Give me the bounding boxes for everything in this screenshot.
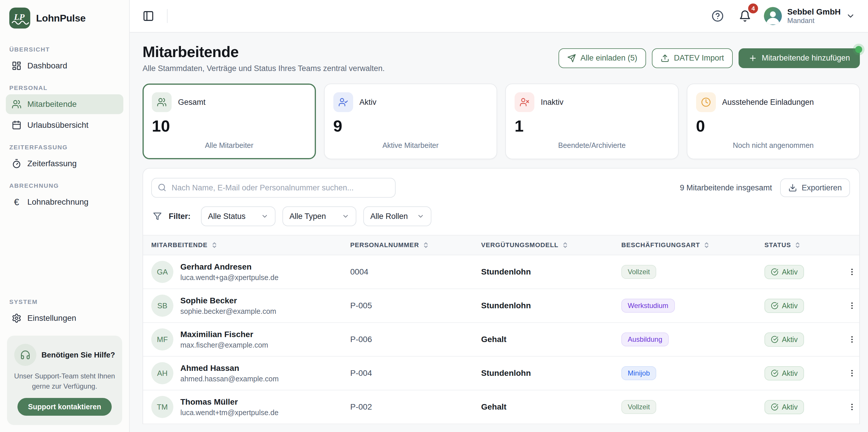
kebab-menu-icon <box>848 301 856 310</box>
status-badge: Aktiv <box>765 299 804 313</box>
search-icon <box>158 183 166 192</box>
stat-caption: Noch nicht angenommen <box>696 141 851 150</box>
stat-label: Inaktiv <box>541 98 563 107</box>
stat-card-gesamt[interactable]: Gesamt 10 Alle Mitarbeiter <box>143 84 316 159</box>
row-actions-button[interactable] <box>845 400 866 414</box>
stat-label: Aktiv <box>360 98 377 107</box>
users-icon <box>12 99 22 109</box>
compensation-model: Stundenlohn <box>481 369 621 378</box>
employee-email: max.fischer@example.com <box>180 341 268 349</box>
filter-role-select[interactable]: Alle Rollen <box>363 206 431 226</box>
employee-initials-avatar: AH <box>151 362 174 384</box>
filter-type-select[interactable]: Alle Typen <box>282 206 356 226</box>
personnel-number: P-005 <box>350 301 481 310</box>
column-header-verguetungsmodell[interactable]: Vergütungsmodell <box>481 241 621 249</box>
personnel-number: P-006 <box>350 335 481 344</box>
kebab-menu-icon <box>848 335 856 344</box>
table-row[interactable]: MF Maximilian Fischer max.fischer@exampl… <box>143 323 859 356</box>
stat-card-ausstehende-einladungen[interactable]: Ausstehende Einladungen 0 Noch nicht ang… <box>687 84 860 159</box>
employee-name: Sophie Becker <box>180 296 276 306</box>
brand: LP LohnPulse <box>0 0 129 34</box>
sidebar-item-mitarbeitende[interactable]: Mitarbeitende <box>6 94 123 114</box>
datev-import-button[interactable]: DATEV Import <box>652 48 733 68</box>
table-row[interactable]: TM Thomas Müller luca.wendt+tm@xpertpuls… <box>143 391 859 424</box>
personnel-number: 0004 <box>350 267 481 277</box>
personnel-number: P-004 <box>350 369 481 378</box>
filter-status-select[interactable]: Alle Status <box>201 206 276 226</box>
user-x-icon <box>515 92 534 112</box>
compensation-model: Gehalt <box>481 335 621 344</box>
sidebar-item-urlaubsuebersicht[interactable]: Urlaubsübersicht <box>6 115 123 135</box>
employee-table-panel: 9 Mitarbeitende insgesamt Exportieren Fi… <box>143 168 860 424</box>
row-actions-button[interactable] <box>845 265 866 279</box>
contact-support-button[interactable]: Support kontaktieren <box>18 398 112 416</box>
employee-name: Ahmed Hassan <box>180 364 279 373</box>
sidebar-nav: Übersicht Dashboard Personal Mitarbeiten… <box>0 34 129 329</box>
sidebar-item-label: Einstellungen <box>27 314 76 323</box>
sidebar-toggle-button[interactable] <box>140 8 156 24</box>
row-actions-button[interactable] <box>845 367 866 380</box>
stat-label: Gesamt <box>178 98 206 107</box>
add-employee-button[interactable]: Mitarbeitende hinzufügen <box>739 48 860 68</box>
sidebar-item-dashboard[interactable]: Dashboard <box>6 56 123 76</box>
notification-count-badge: 4 <box>748 3 758 13</box>
nav-section-personal: Personal <box>9 84 120 91</box>
stat-card-inaktiv[interactable]: Inaktiv 1 Beendete/Archivierte <box>505 84 679 159</box>
employee-email: sophie.becker@example.com <box>180 307 276 316</box>
employee-initials-avatar: MF <box>151 328 174 350</box>
sidebar-item-lohnabrechnung[interactable]: € Lohnabrechnung <box>6 192 123 212</box>
check-circle-icon <box>771 268 778 276</box>
avatar <box>764 7 782 25</box>
table-row[interactable]: SB Sophie Becker sophie.becker@example.c… <box>143 289 859 323</box>
search-input[interactable] <box>151 178 396 198</box>
check-circle-icon <box>771 369 778 377</box>
stat-card-aktiv[interactable]: Aktiv 9 Aktive Mitarbeiter <box>324 84 497 159</box>
timer-icon <box>12 159 22 169</box>
employee-initials-avatar: SB <box>151 295 174 317</box>
sidebar-item-label: Mitarbeitende <box>27 99 77 109</box>
euro-icon: € <box>12 197 22 207</box>
check-circle-icon <box>771 403 778 411</box>
employee-email: ahmed.hassan@example.com <box>180 375 279 383</box>
column-header-status[interactable]: Status <box>765 241 845 249</box>
employment-type-badge: Werkstudium <box>621 299 675 313</box>
nav-section-uebersicht: Übersicht <box>9 46 120 53</box>
sort-icon <box>795 241 801 249</box>
user-check-icon <box>333 92 353 112</box>
brand-name: LohnPulse <box>36 12 86 24</box>
row-actions-button[interactable] <box>845 299 866 312</box>
stat-value: 9 <box>333 118 488 134</box>
check-circle-icon <box>771 336 778 343</box>
nav-section-system: System <box>9 298 120 306</box>
stat-value: 0 <box>696 118 851 134</box>
sidebar-item-label: Zeiterfassung <box>27 159 77 168</box>
sidebar-item-label: Urlaubsübersicht <box>27 120 88 130</box>
nav-section-abrechnung: Abrechnung <box>9 182 120 189</box>
help-button[interactable] <box>709 7 726 25</box>
stat-label: Ausstehende Einladungen <box>722 98 814 107</box>
table-row[interactable]: GA Gerhard Andresen luca.wendt+ga@xpertp… <box>143 255 859 289</box>
employee-initials-avatar: GA <box>151 261 174 283</box>
invite-all-button[interactable]: Alle einladen (5) <box>558 48 646 68</box>
content-area: Mitarbeitende Alle Stammdaten, Verträge … <box>130 33 868 432</box>
column-header-mitarbeitende[interactable]: Mitarbeitende <box>151 241 350 249</box>
sidebar-item-einstellungen[interactable]: Einstellungen <box>6 308 123 328</box>
help-card: Benötigen Sie Hilfe? Unser Support-Team … <box>7 336 122 425</box>
export-button[interactable]: Exportieren <box>780 178 850 197</box>
column-header-personalnummer[interactable]: Personalnummer <box>350 241 481 249</box>
chevron-down-icon <box>261 212 269 220</box>
sort-icon <box>703 241 710 249</box>
dashboard-icon <box>12 61 22 71</box>
sort-icon <box>423 241 429 249</box>
page-title: Mitarbeitende <box>143 43 384 61</box>
lohnpulse-logo-icon: LP <box>9 7 30 29</box>
account-menu[interactable]: Sebbel GmbH Mandant <box>764 7 855 25</box>
panel-left-icon <box>143 10 154 22</box>
headset-icon <box>14 344 36 366</box>
sidebar-item-zeiterfassung[interactable]: Zeiterfassung <box>6 154 123 173</box>
row-actions-button[interactable] <box>845 333 866 346</box>
column-header-beschaeftigungsart[interactable]: Beschäftigungsart <box>621 241 765 249</box>
table-row[interactable]: AH Ahmed Hassan ahmed.hassan@example.com… <box>143 356 859 391</box>
calendar-icon <box>12 120 22 130</box>
upload-icon <box>660 54 669 63</box>
